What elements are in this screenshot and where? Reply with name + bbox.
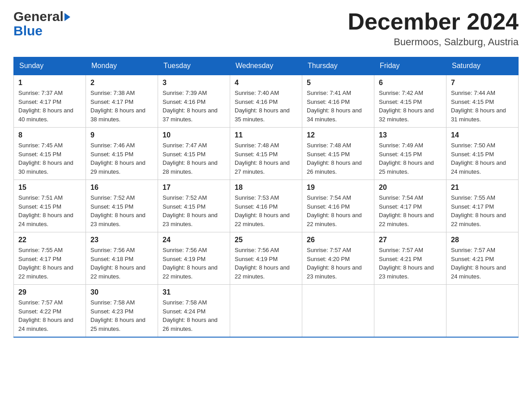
day-number: 31 [163,288,225,296]
day-number: 6 [379,79,442,87]
calendar-cell: 28 Sunrise: 7:57 AM Sunset: 4:21 PM Dayl… [446,232,519,285]
day-info: Sunrise: 7:38 AM Sunset: 4:17 PM Dayligh… [90,89,153,124]
calendar-cell: 4 Sunrise: 7:40 AM Sunset: 4:16 PM Dayli… [230,75,302,128]
calendar-cell [230,285,302,338]
logo-general: General [13,9,64,24]
day-info: Sunrise: 7:41 AM Sunset: 4:16 PM Dayligh… [307,89,369,124]
day-number: 27 [379,236,442,244]
week-row-5: 29 Sunrise: 7:57 AM Sunset: 4:22 PM Dayl… [14,285,519,338]
day-number: 11 [235,131,297,139]
day-info: Sunrise: 7:58 AM Sunset: 4:24 PM Dayligh… [163,298,225,333]
day-number: 15 [18,184,81,192]
day-info: Sunrise: 7:48 AM Sunset: 4:15 PM Dayligh… [307,141,369,176]
calendar-cell: 14 Sunrise: 7:50 AM Sunset: 4:15 PM Dayl… [446,128,519,180]
calendar-cell: 6 Sunrise: 7:42 AM Sunset: 4:15 PM Dayli… [374,75,446,128]
day-info: Sunrise: 7:54 AM Sunset: 4:17 PM Dayligh… [379,193,442,228]
day-number: 21 [451,184,514,192]
week-row-2: 8 Sunrise: 7:45 AM Sunset: 4:15 PM Dayli… [14,128,519,180]
calendar-cell: 8 Sunrise: 7:45 AM Sunset: 4:15 PM Dayli… [14,128,86,180]
calendar-cell: 5 Sunrise: 7:41 AM Sunset: 4:16 PM Dayli… [302,75,374,128]
calendar-table: SundayMondayTuesdayWednesdayThursdayFrid… [13,57,519,338]
day-header-tuesday: Tuesday [158,57,230,75]
calendar-cell: 1 Sunrise: 7:37 AM Sunset: 4:17 PM Dayli… [14,75,86,128]
calendar-cell: 30 Sunrise: 7:58 AM Sunset: 4:23 PM Dayl… [86,285,158,338]
day-info: Sunrise: 7:50 AM Sunset: 4:15 PM Dayligh… [451,141,514,176]
day-info: Sunrise: 7:55 AM Sunset: 4:17 PM Dayligh… [18,246,81,281]
day-number: 28 [451,236,514,244]
day-number: 20 [379,184,442,192]
calendar-cell: 17 Sunrise: 7:52 AM Sunset: 4:15 PM Dayl… [158,180,230,232]
logo-blue: Blue [13,23,70,39]
day-info: Sunrise: 7:55 AM Sunset: 4:17 PM Dayligh… [451,193,514,228]
day-info: Sunrise: 7:56 AM Sunset: 4:18 PM Dayligh… [90,246,153,281]
day-info: Sunrise: 7:56 AM Sunset: 4:19 PM Dayligh… [235,246,297,281]
calendar-cell: 29 Sunrise: 7:57 AM Sunset: 4:22 PM Dayl… [14,285,86,338]
day-number: 7 [451,79,514,87]
day-info: Sunrise: 7:54 AM Sunset: 4:16 PM Dayligh… [307,193,369,228]
calendar-cell: 15 Sunrise: 7:51 AM Sunset: 4:15 PM Dayl… [14,180,86,232]
day-number: 10 [163,131,225,139]
day-number: 8 [18,131,81,139]
day-number: 26 [307,236,369,244]
day-number: 30 [90,288,153,296]
calendar-cell: 3 Sunrise: 7:39 AM Sunset: 4:16 PM Dayli… [158,75,230,128]
day-info: Sunrise: 7:52 AM Sunset: 4:15 PM Dayligh… [163,193,225,228]
day-number: 13 [379,131,442,139]
calendar-cell [302,285,374,338]
day-number: 19 [307,184,369,192]
day-info: Sunrise: 7:51 AM Sunset: 4:15 PM Dayligh… [18,193,81,228]
day-info: Sunrise: 7:58 AM Sunset: 4:23 PM Dayligh… [90,298,153,333]
day-header-sunday: Sunday [14,57,86,75]
day-header-monday: Monday [86,57,158,75]
page-header: General Blue December 2024 Buermoos, Sal… [13,9,519,48]
day-number: 2 [90,79,153,87]
day-info: Sunrise: 7:40 AM Sunset: 4:16 PM Dayligh… [235,89,297,124]
day-info: Sunrise: 7:48 AM Sunset: 4:15 PM Dayligh… [235,141,297,176]
calendar-cell: 31 Sunrise: 7:58 AM Sunset: 4:24 PM Dayl… [158,285,230,338]
location: Buermoos, Salzburg, Austria [348,36,519,48]
day-header-wednesday: Wednesday [230,57,302,75]
day-info: Sunrise: 7:44 AM Sunset: 4:15 PM Dayligh… [451,89,514,124]
day-number: 23 [90,236,153,244]
week-row-3: 15 Sunrise: 7:51 AM Sunset: 4:15 PM Dayl… [14,180,519,232]
calendar-cell: 12 Sunrise: 7:48 AM Sunset: 4:15 PM Dayl… [302,128,374,180]
calendar-cell: 23 Sunrise: 7:56 AM Sunset: 4:18 PM Dayl… [86,232,158,285]
day-info: Sunrise: 7:46 AM Sunset: 4:15 PM Dayligh… [90,141,153,176]
day-info: Sunrise: 7:47 AM Sunset: 4:15 PM Dayligh… [163,141,225,176]
calendar-cell: 7 Sunrise: 7:44 AM Sunset: 4:15 PM Dayli… [446,75,519,128]
day-info: Sunrise: 7:37 AM Sunset: 4:17 PM Dayligh… [18,89,81,124]
day-info: Sunrise: 7:57 AM Sunset: 4:22 PM Dayligh… [18,298,81,333]
day-number: 16 [90,184,153,192]
day-info: Sunrise: 7:45 AM Sunset: 4:15 PM Dayligh… [18,141,81,176]
day-headers-row: SundayMondayTuesdayWednesdayThursdayFrid… [14,57,519,75]
day-header-saturday: Saturday [446,57,519,75]
day-info: Sunrise: 7:42 AM Sunset: 4:15 PM Dayligh… [379,89,442,124]
week-row-1: 1 Sunrise: 7:37 AM Sunset: 4:17 PM Dayli… [14,75,519,128]
week-row-4: 22 Sunrise: 7:55 AM Sunset: 4:17 PM Dayl… [14,232,519,285]
calendar-cell: 13 Sunrise: 7:49 AM Sunset: 4:15 PM Dayl… [374,128,446,180]
calendar-cell: 21 Sunrise: 7:55 AM Sunset: 4:17 PM Dayl… [446,180,519,232]
day-number: 1 [18,79,81,87]
title-area: December 2024 Buermoos, Salzburg, Austri… [348,9,519,48]
day-header-friday: Friday [374,57,446,75]
calendar-cell: 10 Sunrise: 7:47 AM Sunset: 4:15 PM Dayl… [158,128,230,180]
day-info: Sunrise: 7:57 AM Sunset: 4:21 PM Dayligh… [451,246,514,281]
day-number: 4 [235,79,297,87]
day-info: Sunrise: 7:57 AM Sunset: 4:20 PM Dayligh… [307,246,369,281]
day-number: 24 [163,236,225,244]
day-info: Sunrise: 7:57 AM Sunset: 4:21 PM Dayligh… [379,246,442,281]
calendar-cell: 18 Sunrise: 7:53 AM Sunset: 4:16 PM Dayl… [230,180,302,232]
day-number: 17 [163,184,225,192]
logo-arrow-icon [64,13,70,21]
day-number: 29 [18,288,81,296]
day-number: 14 [451,131,514,139]
day-info: Sunrise: 7:52 AM Sunset: 4:15 PM Dayligh… [90,193,153,228]
month-title: December 2024 [348,9,519,34]
day-info: Sunrise: 7:39 AM Sunset: 4:16 PM Dayligh… [163,89,225,124]
day-info: Sunrise: 7:53 AM Sunset: 4:16 PM Dayligh… [235,193,297,228]
calendar-cell: 9 Sunrise: 7:46 AM Sunset: 4:15 PM Dayli… [86,128,158,180]
calendar-cell [446,285,519,338]
day-number: 18 [235,184,297,192]
calendar-cell: 26 Sunrise: 7:57 AM Sunset: 4:20 PM Dayl… [302,232,374,285]
day-number: 3 [163,79,225,87]
